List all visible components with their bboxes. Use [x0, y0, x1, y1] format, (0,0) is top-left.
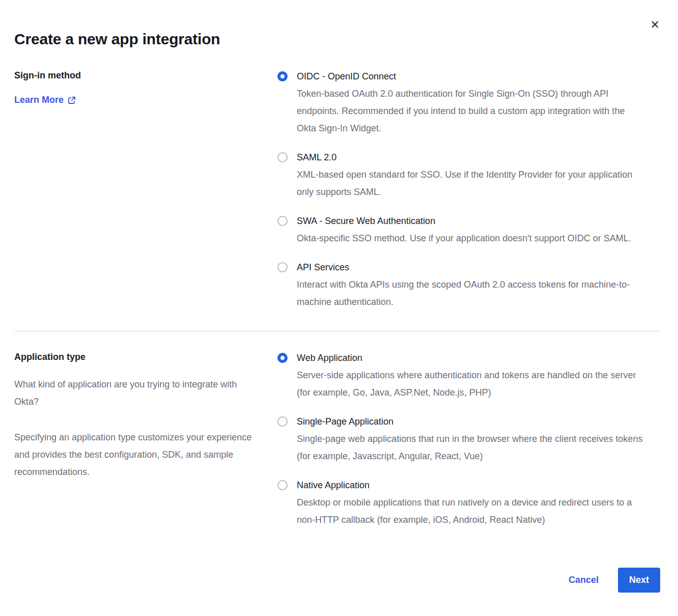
radio-option-oidc-openid-connect[interactable]: OIDC - OpenID ConnectToken-based OAuth 2…: [277, 70, 644, 137]
cancel-button[interactable]: Cancel: [569, 575, 599, 585]
section-divider: [14, 331, 660, 331]
signin-method-section: Sign-in method Learn More OIDC - OpenID …: [14, 70, 660, 311]
radio-option-description: Token-based OAuth 2.0 authentication for…: [297, 85, 644, 137]
learn-more-link[interactable]: Learn More: [14, 95, 76, 105]
radio-option-saml-2-0[interactable]: SAML 2.0XML-based open standard for SSO.…: [277, 151, 644, 201]
signin-method-label: Sign-in method: [14, 70, 277, 81]
radio-option-label: Single-Page Application: [297, 415, 644, 428]
radio-button-icon[interactable]: [277, 480, 288, 490]
radio-option-description: Single-page web applications that run in…: [297, 430, 644, 465]
radio-option-api-services[interactable]: API ServicesInteract with Okta APIs usin…: [277, 261, 644, 311]
radio-button-icon[interactable]: [277, 152, 288, 162]
radio-button-icon[interactable]: [277, 416, 288, 427]
radio-button-icon[interactable]: [277, 353, 288, 363]
radio-option-description: XML-based open standard for SSO. Use if …: [297, 166, 644, 201]
next-button[interactable]: Next: [618, 568, 660, 593]
dialog-footer: Cancel Next: [569, 568, 660, 593]
dialog-title: Create a new app integration: [14, 0, 660, 48]
create-app-integration-dialog: ✕ Create a new app integration Sign-in m…: [0, 0, 678, 616]
radio-option-swa-secure-web-authentication[interactable]: SWA - Secure Web AuthenticationOkta-spec…: [277, 215, 644, 247]
radio-option-description: Okta-specific SSO method. Use if your ap…: [297, 230, 631, 247]
radio-option-label: API Services: [297, 261, 644, 273]
radio-option-label: OIDC - OpenID Connect: [297, 70, 644, 82]
radio-option-description: Interact with Okta APIs using the scoped…: [297, 276, 644, 311]
external-link-icon: [68, 96, 76, 104]
radio-button-icon[interactable]: [277, 262, 288, 272]
radio-option-native-application[interactable]: Native ApplicationDesktop or mobile appl…: [277, 479, 644, 528]
radio-option-web-application[interactable]: Web ApplicationServer-side applications …: [277, 352, 644, 401]
radio-option-single-page-application[interactable]: Single-Page ApplicationSingle-page web a…: [277, 415, 644, 465]
radio-button-icon[interactable]: [277, 71, 288, 81]
radio-option-description: Desktop or mobile applications that run …: [297, 494, 644, 528]
application-type-section: Application type What kind of applicatio…: [14, 352, 660, 528]
radio-option-label: SAML 2.0: [297, 151, 644, 163]
application-type-paragraph-1: What kind of application are you trying …: [14, 376, 261, 410]
close-icon[interactable]: ✕: [651, 19, 660, 31]
application-type-paragraph-2: Specifying an application type customize…: [14, 429, 261, 481]
signin-method-options: OIDC - OpenID ConnectToken-based OAuth 2…: [277, 70, 644, 311]
radio-option-label: SWA - Secure Web Authentication: [297, 215, 631, 227]
radio-button-icon[interactable]: [277, 216, 288, 226]
radio-option-label: Web Application: [297, 352, 644, 364]
application-type-label: Application type: [14, 352, 277, 362]
learn-more-label: Learn More: [14, 95, 64, 105]
radio-option-label: Native Application: [297, 479, 644, 491]
radio-option-description: Server-side applications where authentic…: [297, 367, 644, 401]
application-type-options: Web ApplicationServer-side applications …: [277, 352, 644, 528]
